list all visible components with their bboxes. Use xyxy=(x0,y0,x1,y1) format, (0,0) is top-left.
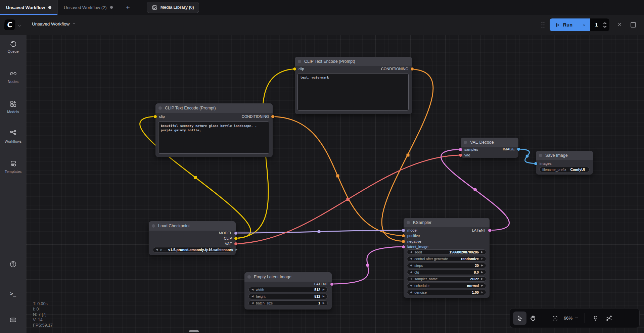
port-dot-icon[interactable] xyxy=(234,242,237,245)
collapse-dot-icon[interactable] xyxy=(158,106,162,110)
sidebar-item-workflows[interactable]: Workflows xyxy=(0,130,26,143)
node-header[interactable]: Load Checkpoint xyxy=(149,221,236,231)
port-dot-icon[interactable] xyxy=(534,162,537,165)
input-port-samples[interactable]: samples xyxy=(459,147,478,152)
port-dot-icon[interactable] xyxy=(459,148,462,151)
increment-arrow-icon[interactable]: ▶ xyxy=(235,248,237,251)
toggle-link-visibility-button[interactable] xyxy=(602,312,616,325)
collapse-dot-icon[interactable] xyxy=(247,275,251,279)
batch-count-stepper[interactable]: 1 xyxy=(590,18,609,31)
decrement-arrow-icon[interactable]: ◀ xyxy=(410,251,412,253)
input-port-images[interactable]: images xyxy=(534,161,551,166)
node-clip-text-encode-positive[interactable]: CLIP Text Encode (Prompt) clip CONDITION… xyxy=(155,103,273,157)
pan-tool-button[interactable] xyxy=(526,312,540,325)
decrement-arrow-icon[interactable]: ◀ xyxy=(251,288,254,291)
port-dot-icon[interactable] xyxy=(234,232,237,235)
toggle-minimap-button[interactable] xyxy=(589,312,602,325)
node-header[interactable]: Empty Latent Image xyxy=(244,272,332,282)
decrement-arrow-icon[interactable]: ◀ xyxy=(251,302,254,304)
decrement-arrow-icon[interactable]: ◀ xyxy=(156,248,158,251)
input-port-positive[interactable]: positive xyxy=(402,233,420,238)
node-vae-decode[interactable]: VAE Decode samples vae IMAGE xyxy=(461,138,518,158)
node-header[interactable]: CLIP Text Encode (Prompt) xyxy=(295,57,412,66)
port-dot-icon[interactable] xyxy=(411,67,414,70)
tab-unsaved-workflow[interactable]: Unsaved Workflow xyxy=(0,0,58,15)
port-dot-icon[interactable] xyxy=(488,229,491,232)
drag-handle-icon[interactable] xyxy=(541,21,545,29)
widget-seed[interactable]: ◀ seed 156680208700286 ▶ xyxy=(407,249,486,255)
output-port-image[interactable]: IMAGE xyxy=(503,147,520,151)
media-library-button[interactable]: Media Library (0) xyxy=(147,2,199,13)
decrement-arrow-icon[interactable]: ◀ xyxy=(410,284,412,287)
node-header[interactable]: CLIP Text Encode (Prompt) xyxy=(155,103,273,113)
unsaved-indicator-dot[interactable] xyxy=(110,6,113,9)
output-port-latent[interactable]: LATENT xyxy=(472,228,491,233)
input-port-vae[interactable]: vae xyxy=(459,153,470,157)
node-header[interactable]: Save Image xyxy=(536,151,593,160)
increment-arrow-icon[interactable]: ▶ xyxy=(323,288,325,291)
unsaved-indicator-dot[interactable] xyxy=(48,6,51,9)
port-dot-icon[interactable] xyxy=(402,229,405,232)
terminal-button[interactable]: >_ xyxy=(0,291,26,297)
node-empty-latent-image[interactable]: Empty Latent Image LATENT ◀ width 512 ▶ … xyxy=(244,272,332,310)
collapse-dot-icon[interactable] xyxy=(152,224,155,228)
port-dot-icon[interactable] xyxy=(293,67,296,70)
node-load-checkpoint[interactable]: Load Checkpoint MODEL CLIP VAE ◀ c ... v… xyxy=(149,221,236,255)
increment-chevron-icon[interactable] xyxy=(603,22,607,25)
sidebar-item-models[interactable]: Models xyxy=(0,100,26,114)
output-port-vae[interactable]: VAE xyxy=(225,241,237,246)
tab-unsaved-workflow-2[interactable]: Unsaved Workflow (2) xyxy=(58,0,119,15)
output-port-model[interactable]: MODEL xyxy=(219,231,237,235)
input-port-negative[interactable]: negative xyxy=(402,239,421,244)
output-port-latent[interactable]: LATENT xyxy=(314,282,333,286)
increment-arrow-icon[interactable]: ▶ xyxy=(323,302,325,304)
sidebar-item-nodes[interactable]: Nodes xyxy=(0,70,26,84)
collapse-dot-icon[interactable] xyxy=(464,141,467,144)
logo-menu-chevron-icon[interactable] xyxy=(17,23,21,29)
decrement-arrow-icon[interactable]: ◀ xyxy=(410,271,412,274)
close-icon[interactable] xyxy=(617,21,623,29)
input-port-clip[interactable]: clip xyxy=(293,66,304,71)
help-button[interactable] xyxy=(0,260,26,268)
port-dot-icon[interactable] xyxy=(402,240,405,243)
collapse-dot-icon[interactable] xyxy=(539,154,542,157)
port-dot-icon[interactable] xyxy=(330,283,333,286)
decrement-arrow-icon[interactable]: ◀ xyxy=(410,257,412,260)
prompt-text-widget[interactable]: beautiful scenery nature glass bottle la… xyxy=(158,122,269,154)
decrement-arrow-icon[interactable]: ◀ xyxy=(410,264,412,267)
decrement-arrow-icon[interactable]: ◀ xyxy=(410,278,412,280)
widget-sampler-name[interactable]: ◀ sampler_name euler ▶ xyxy=(407,276,486,282)
stop-square-icon[interactable] xyxy=(631,22,636,28)
shortcuts-button[interactable] xyxy=(0,316,26,324)
port-dot-icon[interactable] xyxy=(402,234,405,237)
comfyui-logo[interactable]: C xyxy=(4,19,15,30)
node-ksampler[interactable]: KSampler model positive negative latent_… xyxy=(404,218,490,298)
new-workflow-tab-button[interactable]: + xyxy=(119,0,137,15)
increment-arrow-icon[interactable]: ▶ xyxy=(481,257,483,260)
widget-width[interactable]: ◀ width 512 ▶ xyxy=(248,287,328,292)
increment-arrow-icon[interactable]: ▶ xyxy=(481,251,483,253)
prompt-text-widget[interactable]: text, watermark xyxy=(297,73,409,111)
collapse-dot-icon[interactable] xyxy=(407,221,410,224)
input-port-model[interactable]: model xyxy=(402,228,417,233)
decrement-chevron-icon[interactable] xyxy=(603,26,607,28)
widget-scheduler[interactable]: ◀ scheduler normal ▶ xyxy=(407,283,486,288)
increment-arrow-icon[interactable]: ▶ xyxy=(481,278,483,280)
workflow-name-menu[interactable]: Unsaved Workflow xyxy=(32,21,76,27)
port-dot-icon[interactable] xyxy=(402,245,405,248)
port-dot-icon[interactable] xyxy=(154,115,157,118)
widget-ckpt-name[interactable]: ◀ c ... v1-5-pruned-emaonly-fp16.safeten… xyxy=(153,247,232,252)
node-clip-text-encode-negative[interactable]: CLIP Text Encode (Prompt) clip CONDITION… xyxy=(295,57,412,114)
increment-arrow-icon[interactable]: ▶ xyxy=(481,271,483,274)
widget-filename-prefix[interactable]: filename_prefix ComfyUI xyxy=(539,167,590,172)
node-header[interactable]: VAE Decode xyxy=(461,138,518,147)
select-tool-button[interactable] xyxy=(513,312,526,325)
zoom-level-dropdown[interactable]: 66% xyxy=(564,316,579,321)
increment-arrow-icon[interactable]: ▶ xyxy=(481,291,483,294)
decrement-arrow-icon[interactable]: ◀ xyxy=(410,291,412,294)
node-header[interactable]: KSampler xyxy=(404,218,490,227)
widget-control-after-generate[interactable]: ◀ control after generate randomize ▶ xyxy=(407,256,486,261)
port-dot-icon[interactable] xyxy=(459,154,462,157)
widget-height[interactable]: ◀ height 512 ▶ xyxy=(248,294,328,299)
increment-arrow-icon[interactable]: ▶ xyxy=(323,295,325,298)
